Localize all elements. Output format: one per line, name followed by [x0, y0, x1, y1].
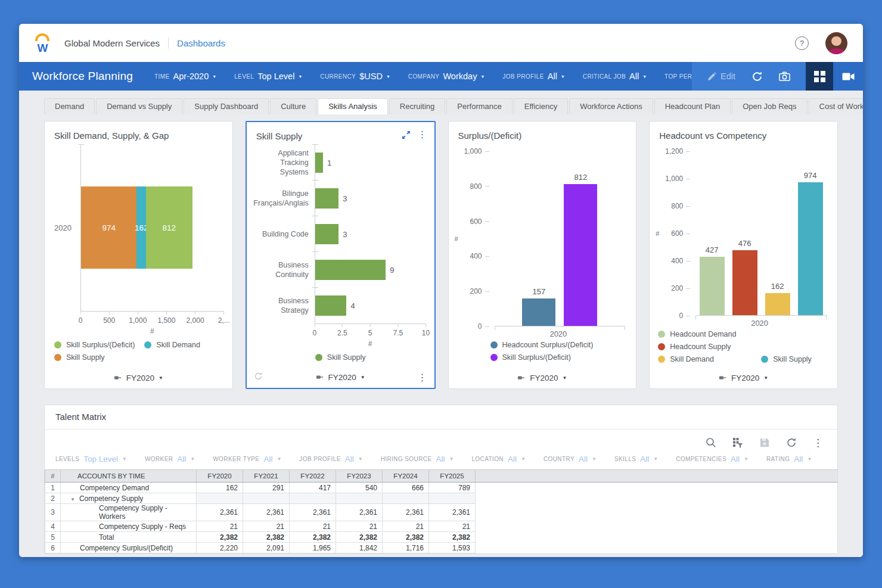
filler-cell — [476, 483, 838, 493]
refresh-icon[interactable] — [786, 437, 797, 448]
kebab-menu-icon[interactable]: ⋮ — [418, 130, 427, 139]
axis-tick-label: 0 — [478, 322, 482, 331]
tab-performance[interactable]: Performance — [446, 98, 512, 114]
video-camera-icon — [842, 72, 855, 81]
edit-button[interactable]: Edit — [707, 71, 735, 81]
time-period-value: FY2020 — [731, 374, 759, 382]
axis-tick-label: 400 — [671, 257, 683, 265]
tab-workforce-actions[interactable]: Workforce Actions — [569, 98, 653, 114]
kebab-menu-icon[interactable]: ⋮ — [813, 438, 823, 448]
refresh-button[interactable] — [751, 71, 763, 82]
column-header-fy2023: FY2023 — [336, 470, 383, 483]
context-key-icon — [719, 375, 727, 381]
matrix-filter-competencies[interactable]: COMPETENCIESAll▼ — [676, 455, 749, 463]
matrix-filter-worker-type[interactable]: WORKER TYPEAll▼ — [213, 455, 281, 463]
export-filter-icon[interactable] — [732, 437, 743, 448]
dashboard-content: Skill Demand, Supply, & Gap 202097416281… — [19, 114, 863, 557]
filter-label: COUNTRY — [544, 456, 574, 462]
legend-dot — [144, 341, 151, 349]
matrix-filter-skills[interactable]: SKILLSAll▼ — [614, 455, 658, 463]
axis-tick-mark — [686, 261, 690, 262]
save-icon[interactable] — [759, 437, 770, 448]
workday-logo-icon[interactable]: W — [33, 33, 51, 53]
filter-value: All — [263, 455, 272, 463]
matrix-filter-levels[interactable]: LEVELSTop Level▼ — [55, 455, 127, 463]
column-header-: # — [45, 470, 61, 483]
time-period-selector[interactable]: FY2020 ▼ ⋮ — [247, 366, 434, 388]
table-row[interactable]: 1Competency Demand162291417540666789 — [45, 483, 838, 493]
axis-tick-label: 800 — [671, 202, 683, 210]
tab-cost-of-worker[interactable]: Cost of Worker — [809, 98, 863, 114]
table-row[interactable]: 2▼Competency Supply — [45, 493, 838, 504]
collapse-triangle-icon[interactable]: ▼ — [70, 497, 75, 502]
legend-item-skill-demand: Skill Demand — [658, 355, 756, 363]
tab-culture[interactable]: Culture — [270, 98, 316, 114]
time-period-selector[interactable]: FY2020 ▼ — [45, 367, 232, 388]
matrix-filter-country[interactable]: COUNTRYAll▼ — [544, 455, 597, 463]
tab-efficiency[interactable]: Efficiency — [514, 98, 568, 114]
dashboards-link[interactable]: Dashboards — [177, 38, 225, 48]
tab-skills-analysis[interactable]: Skills Analysis — [318, 98, 388, 114]
toolbar-filter-time[interactable]: TIMEApr-2020▼ — [154, 71, 216, 81]
chevron-down-icon: ▼ — [358, 456, 363, 462]
search-icon[interactable] — [706, 437, 716, 448]
matrix-filter-location[interactable]: LOCATIONAll▼ — [471, 455, 526, 463]
help-icon[interactable]: ? — [795, 36, 809, 50]
axis-tick-label: 0 — [79, 316, 83, 325]
toolbar-filter-critical-job[interactable]: CRITICAL JOBAll▼ — [583, 71, 647, 81]
time-period-selector[interactable]: FY2020 ▼ — [650, 367, 837, 388]
toolbar-filter-level[interactable]: LEVELTop Level▼ — [234, 71, 302, 81]
chart-refresh-icon[interactable] — [254, 372, 263, 382]
matrix-filter-worker[interactable]: WORKERAll▼ — [145, 455, 195, 463]
axis-tick-label: 5 — [368, 329, 372, 337]
account-cell-competency-surplus-deficit: Competency Surplus/(Deficit) — [61, 543, 197, 553]
matrix-filter-rating[interactable]: RATINGAll▼ — [766, 455, 812, 463]
kebab-menu-icon[interactable]: ⋮ — [418, 372, 427, 383]
time-period-selector[interactable]: FY2020 ▼ — [449, 367, 636, 388]
avatar[interactable] — [825, 32, 847, 54]
tab-supply-dashboard[interactable]: Supply Dashboard — [184, 98, 269, 114]
toolbar-filter-currency[interactable]: CURRENCY$USD▼ — [320, 71, 390, 81]
expand-icon[interactable] — [402, 130, 411, 139]
chevron-down-icon: ▼ — [361, 375, 365, 380]
matrix-filter-job-profile[interactable]: JOB PROFILEAll▼ — [299, 455, 362, 463]
value-cell: 2,361 — [290, 504, 336, 521]
table-row[interactable]: 4Competency Supply - Reqs212121212121 — [45, 521, 838, 532]
axis-tick-label: 1,000 — [129, 316, 147, 325]
bars: 157812 — [495, 151, 626, 326]
filter-label: TIME — [154, 73, 170, 80]
matrix-filter-hiring-source[interactable]: HIRING SOURCEAll▼ — [381, 455, 454, 463]
bar-plot: Applicant Tracking Systems1Bilingue Fran… — [253, 145, 426, 323]
category-label: 2020 — [489, 326, 628, 340]
table-row[interactable]: 3Competency Supply - Workers2,3612,3612,… — [45, 504, 838, 521]
chevron-down-icon: ▼ — [561, 74, 565, 79]
axis-tick: 2,000 — [187, 312, 204, 325]
dashboard-grid-button[interactable] — [806, 62, 833, 91]
tab-headcount-plan[interactable]: Headcount Plan — [654, 98, 731, 114]
table-row[interactable]: 6Competency Surplus/(Deficit)2,2202,0911… — [45, 543, 838, 553]
talent-matrix-toolbar: ⋮ — [45, 430, 837, 449]
toolbar-filter-job-profile[interactable]: JOB PROFILEAll▼ — [502, 71, 564, 81]
axis-tick-mark — [312, 251, 318, 252]
plot-area: 974162812 — [80, 144, 224, 311]
toolbar-filter-company[interactable]: COMPANYWorkday▼ — [408, 71, 485, 81]
tab-open-job-reqs[interactable]: Open Job Reqs — [732, 98, 807, 114]
legend-item-headcount-supply: Headcount Supply — [658, 343, 731, 351]
screenshot-button[interactable] — [779, 71, 790, 82]
tab-demand[interactable]: Demand — [44, 98, 95, 114]
table-body: 1Competency Demand1622914175406667892▼Co… — [45, 483, 838, 553]
video-button[interactable] — [833, 62, 863, 91]
column-header-fy2025: FY2025 — [429, 470, 476, 483]
value-cell: 2,361 — [197, 504, 243, 521]
value-cell: 2,382 — [429, 532, 476, 543]
tab-recruiting[interactable]: Recruiting — [389, 98, 446, 114]
toolbar-filter-top-perf[interactable]: TOP PERF› — [664, 71, 692, 82]
bar-value-label: 812 — [163, 223, 176, 232]
row-number: 6 — [45, 543, 61, 553]
value-cell: 2,382 — [243, 532, 290, 543]
bar — [564, 184, 597, 326]
tab-demand-vs-supply[interactable]: Demand vs Supply — [96, 98, 182, 114]
table-row[interactable]: 5Total2,3822,3822,3822,3822,3822,382 — [45, 532, 838, 543]
legend-label: Skill Supply — [773, 355, 812, 363]
value-cell: 417 — [290, 483, 336, 493]
